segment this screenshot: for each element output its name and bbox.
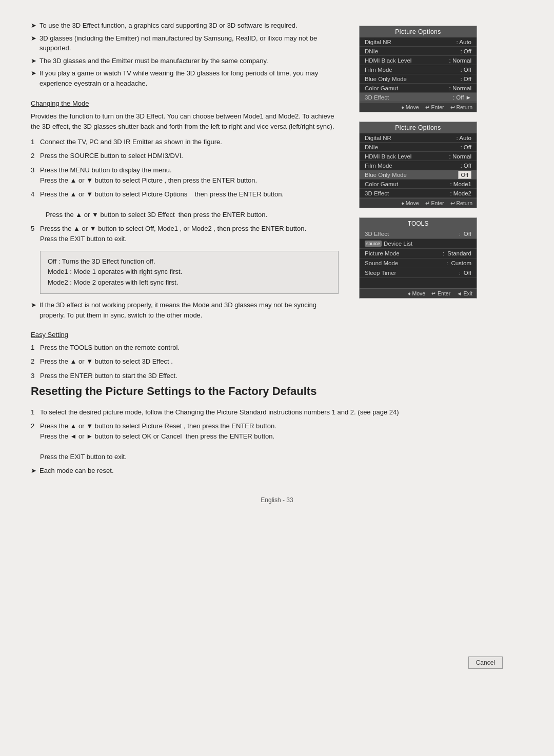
panel2-row-color: Color Gamut : Mode1 bbox=[360, 180, 477, 189]
easy-step-num-1: 1 bbox=[31, 343, 40, 353]
info-box: Off : Turns the 3D Effect function off. … bbox=[40, 251, 339, 294]
left-column: ➤ To use the 3D Effect function, a graph… bbox=[31, 21, 339, 385]
tools-panel: TOOLS 3D Effect : Off source Device List… bbox=[359, 217, 477, 299]
easy-step-text-1: Press the TOOLS button on the remote con… bbox=[40, 343, 180, 353]
cancel-button[interactable]: Cancel bbox=[468, 656, 503, 669]
panel2-row-hdmi: HDMI Black Level : Normal bbox=[360, 152, 477, 161]
step-num-2: 2 bbox=[31, 151, 40, 161]
panel2-row-3d: 3D Effect : Mode2 bbox=[360, 189, 477, 198]
easy-step-text-2: Press the ▲ or ▼ button to select 3D Eff… bbox=[40, 356, 173, 367]
step-num-5: 5 bbox=[31, 224, 40, 244]
panel2-footer-move: ♦ Move bbox=[402, 200, 419, 206]
panel1-footer-move: ♦ Move bbox=[402, 104, 419, 110]
easy-setting-section: Easy Setting 1 Press the TOOLS button on… bbox=[31, 331, 339, 381]
picture-options-panel-1: Picture Options Digital NR : Auto DNIe :… bbox=[359, 26, 477, 112]
reset-step-text-1: To select the desired picture mode, foll… bbox=[40, 407, 399, 417]
step-text-5: Presss the ▲ or ▼ button to select Off, … bbox=[40, 224, 306, 244]
step-3: 3 Press the MENU button to display the m… bbox=[31, 165, 339, 186]
tools-row-device: source Device List bbox=[360, 239, 477, 249]
reset-step-num-2: 2 bbox=[31, 421, 40, 463]
panel1-row-film: Film Mode : Off bbox=[360, 65, 477, 74]
easy-setting-title: Easy Setting bbox=[31, 331, 339, 339]
bullet-arrow-1: ➤ bbox=[31, 21, 36, 31]
step-text-1: Connect the TV, PC and 3D IR Emitter as … bbox=[40, 137, 222, 147]
step-text-4: Press the ▲ or ▼ button to select Pictur… bbox=[40, 189, 284, 220]
easy-step-3: 3 Press the ENTER button to start the 3D… bbox=[31, 371, 339, 381]
bullet-text-2: 3D glasses (including the Emitter) not m… bbox=[39, 33, 339, 53]
easy-step-text-3: Press the ENTER button to start the 3D E… bbox=[40, 371, 177, 381]
step-num-1: 1 bbox=[31, 137, 40, 147]
bullet-text-4: If you play a game or watch TV while wea… bbox=[39, 68, 339, 88]
note-text: If the 3D effect is not working properly… bbox=[39, 300, 339, 321]
bullet-arrow-3: ➤ bbox=[31, 56, 36, 66]
bullet-text-3: The 3D glasses and the Emitter must be m… bbox=[39, 56, 268, 66]
panel2-footer: ♦ Move ↵ Enter ↩ Return bbox=[360, 198, 477, 208]
bullet-item-1: ➤ To use the 3D Effect function, a graph… bbox=[31, 21, 339, 31]
reset-step-1: 1 To select the desired picture mode, fo… bbox=[31, 407, 523, 417]
info-line-2: Mode1 : Mode 1 operates with right sync … bbox=[48, 267, 331, 277]
info-line-3: Mode2 : Mode 2 operates with left sync f… bbox=[48, 277, 331, 288]
reset-step-2: 2 Press the ▲ or ▼ button to select Pict… bbox=[31, 421, 523, 463]
easy-step-1: 1 Press the TOOLS button on the remote c… bbox=[31, 343, 339, 353]
bullet-item-3: ➤ The 3D glasses and the Emitter must be… bbox=[31, 56, 339, 66]
reset-section: 1 To select the desired picture mode, fo… bbox=[31, 407, 523, 476]
picture-options-panel-2-container: Picture Options Digital NR : Auto DNIe :… bbox=[359, 122, 523, 208]
resetting-heading: Resetting the Picture Settings to the Fa… bbox=[31, 385, 523, 398]
step-5: 5 Presss the ▲ or ▼ button to select Off… bbox=[31, 224, 339, 244]
bullet-item-4: ➤ If you play a game or watch TV while w… bbox=[31, 68, 339, 88]
page: ➤ To use the 3D Effect function, a graph… bbox=[0, 0, 554, 756]
tools-row-sleep: Sleep Timer : Off bbox=[360, 268, 477, 278]
panel2-row-dnie: DNIe : Off bbox=[360, 143, 477, 152]
easy-step-num-2: 2 bbox=[31, 356, 40, 367]
tools-footer: ♦ Move ↵ Enter ◄ Exit bbox=[360, 288, 477, 298]
panel2-row-blue: Blue Only Mode Off bbox=[360, 170, 477, 180]
reset-step-text-2: Press the ▲ or ▼ button to select Pictur… bbox=[40, 421, 276, 463]
tools-row-picture: Picture Mode : Standard bbox=[360, 249, 477, 258]
note-arrow-icon: ➤ bbox=[31, 300, 36, 321]
tools-row-sound: Sound Mode : Custom bbox=[360, 258, 477, 268]
bullet-arrow-2: ➤ bbox=[31, 33, 36, 53]
panel2-row-digital-nr: Digital NR : Auto bbox=[360, 133, 477, 143]
step-text-2: Press the SOURCE button to select HDMI3/… bbox=[40, 151, 183, 161]
page-number: English - 33 bbox=[31, 496, 523, 504]
panel1-row-digital-nr: Digital NR : Auto bbox=[360, 37, 477, 47]
reset-note-arrow: ➤ bbox=[31, 466, 36, 476]
reset-step-num-1: 1 bbox=[31, 407, 40, 417]
tools-footer-exit: ◄ Exit bbox=[457, 290, 472, 296]
panel1-footer-return: ↩ Return bbox=[450, 104, 472, 110]
easy-step-2: 2 Press the ▲ or ▼ button to select 3D E… bbox=[31, 356, 339, 367]
changing-mode-desc: Provides the function to turn on the 3D … bbox=[31, 111, 339, 132]
panel1-footer-enter: ↵ Enter bbox=[425, 104, 444, 110]
step-1: 1 Connect the TV, PC and 3D IR Emitter a… bbox=[31, 137, 339, 147]
panel1-row-blue: Blue Only Mode : Off bbox=[360, 74, 477, 84]
step-num-3: 3 bbox=[31, 165, 40, 186]
step-num-4: 4 bbox=[31, 189, 40, 220]
panel1-row-hdmi: HDMI Black Level : Normal bbox=[360, 56, 477, 65]
step-4: 4 Press the ▲ or ▼ button to select Pict… bbox=[31, 189, 339, 220]
panel2-footer-return: ↩ Return bbox=[450, 200, 472, 206]
panel1-row-dnie: DNIe : Off bbox=[360, 47, 477, 56]
dropdown-selected: Off bbox=[458, 171, 471, 179]
info-line-1: Off : Turns the 3D Effect function off. bbox=[48, 256, 331, 267]
panel1-title: Picture Options bbox=[360, 26, 477, 37]
device-badge: source bbox=[365, 241, 382, 247]
easy-step-num-3: 3 bbox=[31, 371, 40, 381]
tools-row-3d: 3D Effect : Off bbox=[360, 229, 477, 239]
panel2-footer-enter: ↵ Enter bbox=[425, 200, 444, 206]
bullet-list: ➤ To use the 3D Effect function, a graph… bbox=[31, 21, 339, 88]
step-text-3: Press the MENU button to display the men… bbox=[40, 165, 257, 186]
panel2-row-film: Film Mode : Off bbox=[360, 161, 477, 170]
changing-mode-note: ➤ If the 3D effect is not working proper… bbox=[31, 300, 339, 321]
bullet-text-1: To use the 3D Effect function, a graphic… bbox=[39, 21, 298, 31]
tools-footer-enter: ↵ Enter bbox=[431, 290, 450, 296]
reset-note-text: Each mode can be reset. bbox=[39, 466, 114, 476]
reset-note: ➤ Each mode can be reset. bbox=[31, 466, 523, 476]
panel2-title: Picture Options bbox=[360, 122, 477, 133]
changing-mode-section: Changing the Mode Provides the function … bbox=[31, 100, 339, 321]
tools-title: TOOLS bbox=[360, 218, 477, 229]
picture-options-panel-2: Picture Options Digital NR : Auto DNIe :… bbox=[359, 122, 477, 208]
changing-mode-title: Changing the Mode bbox=[31, 100, 339, 107]
bullet-item-2: ➤ 3D glasses (including the Emitter) not… bbox=[31, 33, 339, 53]
panel1-footer: ♦ Move ↵ Enter ↩ Return bbox=[360, 102, 477, 112]
bullet-arrow-4: ➤ bbox=[31, 68, 36, 88]
